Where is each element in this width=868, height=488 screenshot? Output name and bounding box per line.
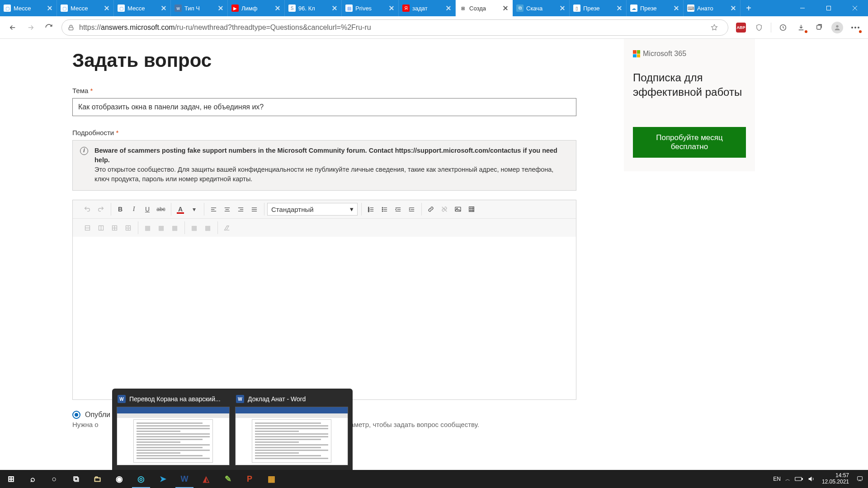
tray-volume-icon[interactable]: [807, 475, 815, 483]
window-maximize-button[interactable]: [816, 0, 842, 16]
browser-tab[interactable]: Язадат: [399, 0, 456, 16]
details-label: Подробности *: [72, 129, 651, 136]
tab-close-icon[interactable]: [217, 5, 224, 11]
browser-tab[interactable]: ▶Лимф: [228, 0, 285, 16]
taskbar-preview[interactable]: WПеревод Корана на аварский...: [117, 393, 230, 465]
back-button[interactable]: [5, 19, 21, 36]
browser-tab[interactable]: ☁Презе: [627, 0, 684, 16]
favorite-star-icon[interactable]: [706, 19, 722, 36]
tab-favicon: ⌨: [687, 5, 694, 12]
tab-close-icon[interactable]: [47, 5, 53, 11]
window-close-button[interactable]: [842, 0, 868, 16]
shield-icon[interactable]: [751, 19, 767, 36]
bold-button[interactable]: B: [114, 203, 127, 216]
unordered-list-button[interactable]: [378, 203, 391, 216]
tab-close-icon[interactable]: [160, 5, 167, 11]
tab-close-icon[interactable]: [730, 5, 736, 11]
taskbar-search[interactable]: ⌕: [22, 470, 43, 488]
tab-close-icon[interactable]: [331, 5, 338, 11]
taskbar-start[interactable]: ⊞: [0, 470, 22, 488]
windows-taskbar: ⊞⌕○⧉🗀◉◎➤W◭✎P▦ EN ︿ 14:5712.05.2021: [0, 470, 868, 488]
downloads-icon[interactable]: [793, 19, 809, 36]
window-minimize-button[interactable]: [789, 0, 816, 16]
info-warning: i Beware of scammers posting fake suppor…: [72, 140, 576, 191]
tab-favicon: ▯: [573, 5, 580, 12]
taskbar-word[interactable]: W: [174, 470, 195, 488]
history-icon[interactable]: [775, 19, 791, 36]
tab-close-icon[interactable]: [616, 5, 623, 11]
tray-clock[interactable]: 14:5712.05.2021: [819, 473, 852, 485]
subject-input[interactable]: [72, 98, 576, 116]
browser-tab[interactable]: S96. Кл: [285, 0, 342, 16]
font-color-dropdown[interactable]: ▾: [188, 203, 200, 216]
tab-close-icon[interactable]: [104, 5, 110, 11]
editor-body[interactable]: [73, 237, 576, 399]
taskbar-explorer[interactable]: 🗀: [87, 470, 108, 488]
address-bar[interactable]: https://answers.microsoft.com/ru-ru/newt…: [61, 19, 728, 36]
taskbar-powerpoint[interactable]: P: [239, 470, 260, 488]
outdent-button[interactable]: [392, 203, 404, 216]
tray-battery-icon[interactable]: [795, 476, 803, 482]
paragraph-style-select[interactable]: Стандартный▾: [267, 203, 358, 216]
taskbar-telegram[interactable]: ➤: [152, 470, 174, 488]
browser-tab[interactable]: ▢Мессе: [0, 0, 57, 16]
image-button[interactable]: [452, 203, 464, 216]
taskbar-taskview[interactable]: ⧉: [65, 470, 87, 488]
taskbar-notepadpp[interactable]: ✎: [217, 470, 239, 488]
page-title: Задать вопрос: [72, 50, 651, 71]
svg-rect-16: [469, 207, 474, 212]
taskbar-app-red[interactable]: ◭: [195, 470, 217, 488]
italic-button[interactable]: I: [127, 203, 140, 216]
tab-close-icon[interactable]: [388, 5, 395, 11]
publish-radio[interactable]: [72, 411, 80, 419]
table-button[interactable]: [465, 203, 478, 216]
browser-tab[interactable]: ▯Презе: [570, 0, 627, 16]
browser-tab[interactable]: ⧉Скача: [513, 0, 570, 16]
editor-toolbar: B I U abc A ▾ Стандартный▾: [73, 200, 576, 219]
svg-point-5: [851, 27, 853, 28]
align-right-button[interactable]: [234, 203, 247, 216]
indent-button[interactable]: [405, 203, 418, 216]
menu-button[interactable]: [847, 19, 863, 36]
tray-notifications-icon[interactable]: [856, 475, 863, 483]
browser-tab[interactable]: ⊞Созда: [456, 0, 513, 16]
tab-close-icon[interactable]: [445, 5, 452, 11]
taskbar-cortana[interactable]: ○: [43, 470, 65, 488]
svg-point-6: [854, 27, 856, 28]
align-justify-button[interactable]: [248, 203, 260, 216]
promo-cta-button[interactable]: Попробуйте месяц бесплатно: [633, 127, 746, 158]
taskbar-app-grid[interactable]: ▦: [260, 470, 282, 488]
reload-button[interactable]: [41, 19, 57, 36]
font-color-button[interactable]: A: [174, 203, 187, 216]
align-center-button[interactable]: [221, 203, 233, 216]
tab-close-icon[interactable]: [559, 5, 566, 11]
svg-rect-3: [817, 25, 821, 29]
browser-tab[interactable]: wТип Ч: [171, 0, 228, 16]
browser-tab[interactable]: ▢Мессе: [57, 0, 114, 16]
share-icon[interactable]: [811, 19, 827, 36]
forward-button: [23, 19, 39, 36]
browser-tab[interactable]: ▢Мессе: [114, 0, 171, 16]
browser-tab[interactable]: ▤Prives: [342, 0, 399, 16]
tab-title: Тип Ч: [184, 5, 215, 12]
tab-close-icon[interactable]: [502, 5, 509, 11]
profile-avatar[interactable]: [829, 19, 845, 36]
link-button[interactable]: [425, 203, 437, 216]
strike-button[interactable]: abc: [155, 203, 167, 216]
taskbar-edge[interactable]: ◎: [130, 470, 152, 488]
ordered-list-button[interactable]: 123: [364, 203, 377, 216]
taskbar-preview[interactable]: WДоклад Анат - Word: [235, 393, 348, 465]
align-left-button[interactable]: [207, 203, 220, 216]
browser-tab[interactable]: ⌨Анато: [684, 0, 741, 16]
preview-title: Перевод Корана на аварский...: [129, 395, 229, 403]
taskbar-chrome[interactable]: ◉: [108, 470, 130, 488]
adblock-icon[interactable]: ABP: [733, 19, 749, 36]
toolbar-right: ABP: [733, 19, 863, 36]
tab-close-icon[interactable]: [274, 5, 281, 11]
tab-close-icon[interactable]: [673, 5, 679, 11]
tab-favicon: S: [288, 5, 296, 12]
underline-button[interactable]: U: [141, 203, 154, 216]
tray-chevron-icon[interactable]: ︿: [785, 476, 790, 483]
new-tab-button[interactable]: +: [741, 0, 757, 16]
tray-lang[interactable]: EN: [773, 476, 781, 482]
